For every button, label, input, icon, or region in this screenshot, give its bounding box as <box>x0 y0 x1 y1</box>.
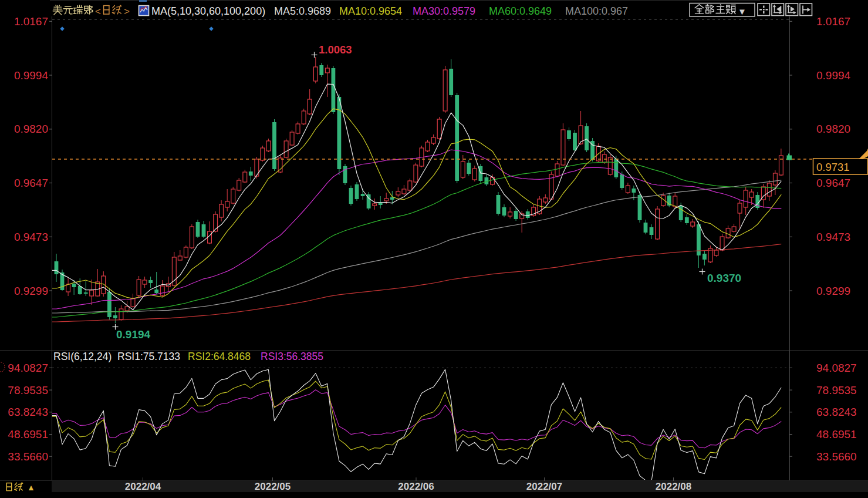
svg-text:0.9299: 0.9299 <box>816 285 850 297</box>
svg-text:▼: ▼ <box>738 6 747 16</box>
svg-text:78.9535: 78.9535 <box>816 384 857 396</box>
svg-text:94.0827: 94.0827 <box>8 362 48 374</box>
svg-text:0.9994: 0.9994 <box>816 69 851 82</box>
svg-text:33.5660: 33.5660 <box>816 450 857 463</box>
svg-text:0.9473: 0.9473 <box>14 231 48 243</box>
svg-text:RSI2:64.8468: RSI2:64.8468 <box>188 351 251 362</box>
svg-text:0.9994: 0.9994 <box>14 69 49 82</box>
svg-text:48.6951: 48.6951 <box>8 428 48 440</box>
svg-text:0.9370: 0.9370 <box>707 272 741 284</box>
svg-text:RSI(6,12,24): RSI(6,12,24) <box>53 351 112 362</box>
svg-text:0.9731: 0.9731 <box>816 161 850 173</box>
svg-text:2022/06: 2022/06 <box>398 481 434 492</box>
svg-text:MA(5,10,30,60,100,200): MA(5,10,30,60,100,200) <box>151 5 265 17</box>
svg-text:RSI3:56.3855: RSI3:56.3855 <box>261 351 323 362</box>
svg-text:0.9647: 0.9647 <box>816 177 850 189</box>
svg-text:0.9820: 0.9820 <box>14 123 48 135</box>
svg-text:<: < <box>95 6 101 17</box>
svg-text:MA100:0.967: MA100:0.967 <box>565 5 628 17</box>
svg-text:63.8243: 63.8243 <box>816 406 857 418</box>
svg-text:RSI1:75.7133: RSI1:75.7133 <box>117 351 180 362</box>
svg-text:1.0167: 1.0167 <box>816 15 850 28</box>
svg-text:1.0063: 1.0063 <box>319 43 352 56</box>
svg-text:0.9647: 0.9647 <box>14 177 48 189</box>
svg-text:0.9820: 0.9820 <box>816 123 850 135</box>
svg-text:0.9473: 0.9473 <box>816 231 850 243</box>
svg-text:63.8243: 63.8243 <box>8 406 48 418</box>
svg-text:78.9535: 78.9535 <box>8 384 48 396</box>
svg-text:▲: ▲ <box>27 483 35 492</box>
svg-text:MA10:0.9654: MA10:0.9654 <box>339 5 402 17</box>
svg-text:MA30:0.9579: MA30:0.9579 <box>413 5 475 17</box>
svg-text:1.0167: 1.0167 <box>14 15 48 28</box>
svg-text:2022/05: 2022/05 <box>255 481 291 492</box>
svg-text:>: > <box>124 6 130 17</box>
svg-text:MA5:0.9689: MA5:0.9689 <box>274 5 331 17</box>
svg-text:0.9299: 0.9299 <box>14 285 48 297</box>
svg-text:33.5660: 33.5660 <box>8 450 48 463</box>
svg-text:94.0827: 94.0827 <box>816 362 857 374</box>
svg-text:2022/04: 2022/04 <box>125 481 161 492</box>
svg-text:2022/08: 2022/08 <box>656 481 691 492</box>
svg-text:48.6951: 48.6951 <box>816 428 857 440</box>
svg-text:MA60:0.9649: MA60:0.9649 <box>489 5 552 17</box>
svg-text:0.9194: 0.9194 <box>116 328 151 341</box>
svg-text:2022/07: 2022/07 <box>526 481 562 492</box>
